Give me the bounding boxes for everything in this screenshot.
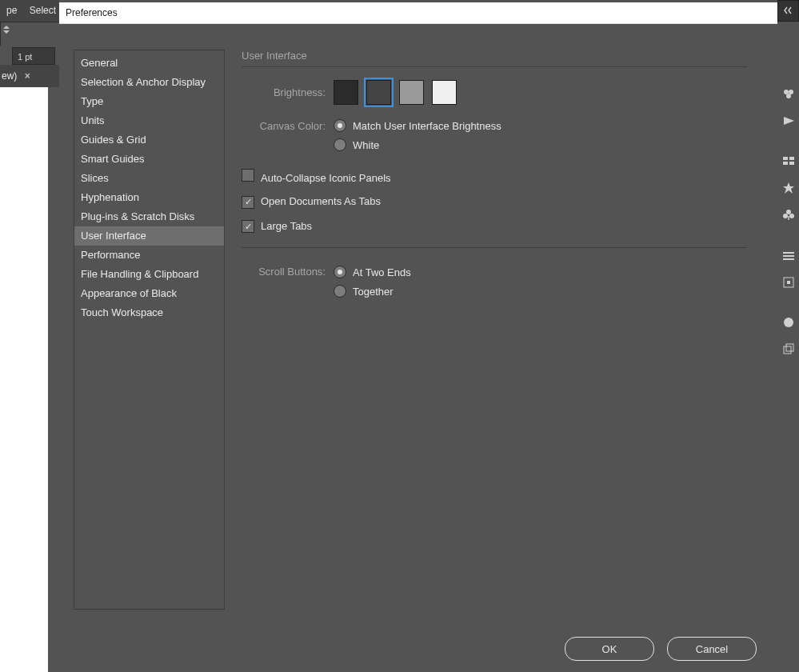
category-item[interactable]: Plug-ins & Scratch Disks <box>74 207 224 226</box>
chevron-down-icon <box>3 30 10 34</box>
preferences-dialog: Preferences GeneralSelection & Anchor Di… <box>59 2 777 672</box>
brushes-panel-icon[interactable] <box>777 107 799 134</box>
scroll-buttons-option-label: Together <box>353 286 394 298</box>
scroll-buttons-label: Scroll Buttons: <box>242 266 326 278</box>
dialog-body: GeneralSelection & Anchor DisplayTypeUni… <box>59 23 777 672</box>
canvas-color-option[interactable]: Match User Interface Brightness <box>334 119 501 132</box>
category-item[interactable]: User Interface <box>74 226 224 246</box>
svg-rect-18 <box>784 346 791 354</box>
ok-button[interactable]: OK <box>565 637 654 661</box>
svg-point-2 <box>786 94 791 98</box>
brightness-row: Brightness: <box>242 80 747 105</box>
svg-marker-3 <box>784 117 794 125</box>
category-list: GeneralSelection & Anchor DisplayTypeUni… <box>74 50 225 610</box>
brightness-swatch[interactable] <box>399 80 424 105</box>
radio-icon <box>334 138 346 151</box>
brightness-swatch[interactable] <box>432 80 457 105</box>
category-item[interactable]: Hyphenation <box>74 188 224 207</box>
svg-point-1 <box>789 90 793 94</box>
menu-item[interactable]: Select <box>30 0 56 22</box>
dialog-footer: OK Cancel <box>552 637 757 661</box>
svg-rect-14 <box>783 258 794 260</box>
canvas-color-option-label: Match User Interface Brightness <box>353 120 501 132</box>
checkbox-icon <box>242 169 254 182</box>
brightness-swatch[interactable] <box>334 80 358 105</box>
brightness-label: Brightness: <box>242 86 326 98</box>
app-root: pe Select 1 pt ew) × <box>0 0 799 672</box>
svg-point-9 <box>783 214 788 218</box>
radio-icon <box>334 285 346 298</box>
canvas-color-row: Canvas Color: Match User Interface Brigh… <box>242 119 747 158</box>
checkbox-label: Open Documents As Tabs <box>261 195 381 207</box>
menu-item[interactable]: pe <box>6 0 17 22</box>
appearance-panel-icon[interactable] <box>777 309 799 336</box>
category-item[interactable]: Type <box>74 92 224 111</box>
checkbox-row[interactable]: Open Documents As Tabs <box>242 195 747 209</box>
divider <box>242 247 747 248</box>
canvas-color-options: Match User Interface BrightnessWhite <box>334 119 501 158</box>
canvas-color-label: Canvas Color: <box>242 119 326 132</box>
document-tab-label: ew) <box>2 70 17 82</box>
brightness-swatch[interactable] <box>366 80 391 105</box>
layers-panel-icon[interactable] <box>777 336 799 363</box>
scroll-buttons-options: At Two EndsTogether <box>334 266 411 304</box>
category-item[interactable]: Smart Guides <box>74 150 224 169</box>
scroll-buttons-option[interactable]: At Two Ends <box>334 266 411 278</box>
checkbox-label: Auto-Collapse Iconic Panels <box>261 172 391 184</box>
value-spinner[interactable] <box>2 24 10 38</box>
expand-panels-button[interactable] <box>777 0 799 22</box>
stroke-panel-icon[interactable] <box>777 242 799 269</box>
category-item[interactable]: Guides & Grid <box>74 130 224 150</box>
chevron-up-icon <box>3 26 10 29</box>
checkbox-group: Auto-Collapse Iconic PanelsOpen Document… <box>242 169 747 233</box>
symbols-panel-icon[interactable] <box>777 174 799 202</box>
radio-icon <box>334 266 346 278</box>
svg-rect-11 <box>788 216 789 220</box>
canvas-color-option[interactable]: White <box>334 138 501 151</box>
swatches-panel-icon[interactable] <box>777 80 799 107</box>
svg-rect-19 <box>786 344 793 351</box>
category-item[interactable]: Touch Workspace <box>74 303 224 322</box>
checkbox-icon <box>242 196 254 209</box>
svg-point-17 <box>784 318 793 327</box>
svg-rect-7 <box>789 162 794 165</box>
cancel-button[interactable]: Cancel <box>667 637 757 661</box>
checkbox-icon <box>242 220 254 233</box>
scroll-buttons-row: Scroll Buttons: At Two EndsTogether <box>242 266 747 304</box>
category-item[interactable]: Appearance of Black <box>74 284 224 303</box>
menu-bar: pe Select <box>0 0 59 22</box>
svg-rect-4 <box>783 157 788 160</box>
scroll-buttons-option[interactable]: Together <box>334 285 411 298</box>
category-item[interactable]: File Handling & Clipboard <box>74 265 224 284</box>
checkbox-row[interactable]: Large Tabs <box>242 220 747 234</box>
chevron-left-icon <box>783 5 794 16</box>
svg-rect-16 <box>787 281 790 284</box>
panel-heading: User Interface <box>242 50 747 62</box>
category-item[interactable]: Slices <box>74 169 224 188</box>
category-item[interactable]: Performance <box>74 246 224 265</box>
stroke-weight-input[interactable]: 1 pt <box>12 47 55 65</box>
canvas-color-option-label: White <box>353 139 379 151</box>
close-icon[interactable]: × <box>25 65 30 87</box>
grid-panel-icon[interactable] <box>777 147 799 174</box>
category-item[interactable]: Units <box>74 111 224 130</box>
document-tab[interactable]: ew) × <box>0 65 59 87</box>
svg-point-0 <box>784 90 789 94</box>
svg-rect-6 <box>783 162 788 165</box>
category-item[interactable]: General <box>74 54 224 73</box>
svg-rect-13 <box>783 255 794 257</box>
panel-user-interface: User Interface Brightness: Canvas Color:… <box>242 50 747 624</box>
canvas[interactable] <box>0 87 48 672</box>
clover-panel-icon[interactable] <box>777 202 799 229</box>
svg-point-8 <box>786 210 791 214</box>
divider <box>242 66 747 67</box>
dialog-title: Preferences <box>66 7 118 18</box>
category-item[interactable]: Selection & Anchor Display <box>74 73 224 92</box>
character-panel-icon[interactable] <box>777 269 799 296</box>
svg-rect-5 <box>789 157 794 160</box>
right-panel-strip <box>777 0 799 672</box>
brightness-swatches <box>334 80 465 105</box>
dialog-title-bar: Preferences <box>59 2 777 24</box>
checkbox-row[interactable]: Auto-Collapse Iconic Panels <box>242 169 747 184</box>
checkbox-label: Large Tabs <box>261 220 312 232</box>
